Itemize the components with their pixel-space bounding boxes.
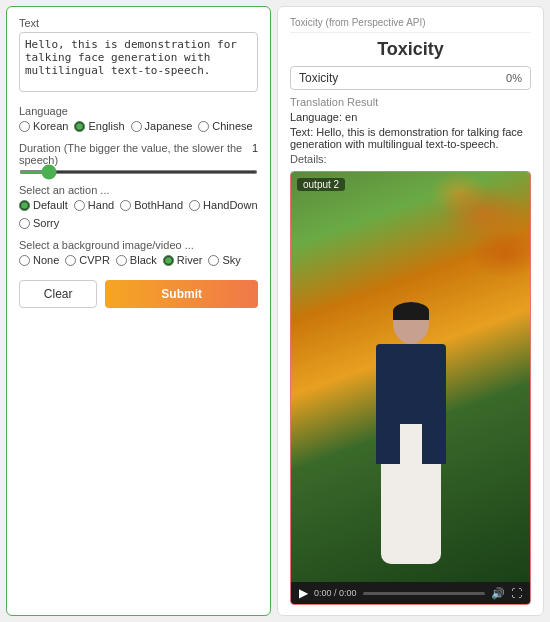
- bg-river[interactable]: River: [163, 254, 203, 266]
- action-label: Select an action ...: [19, 184, 258, 196]
- duration-label: Duration (The bigger the value, the slow…: [19, 142, 252, 166]
- action-bothhand[interactable]: BothHand: [120, 199, 183, 211]
- duration-section: Duration (The bigger the value, the slow…: [19, 142, 258, 174]
- clear-button[interactable]: Clear: [19, 280, 97, 308]
- video-container: output 2 ▶ 0:00 / 0:00 🔊 ⛶: [290, 171, 531, 605]
- lang-english[interactable]: English: [74, 120, 124, 132]
- text-label: Text: [19, 17, 258, 29]
- bg-sky[interactable]: Sky: [208, 254, 240, 266]
- action-default[interactable]: Default: [19, 199, 68, 211]
- details-label: Details:: [290, 153, 531, 165]
- background-section: Select a background image/video ... None…: [19, 239, 258, 266]
- right-header: Toxicity (from Perspective API): [290, 17, 531, 33]
- action-hand[interactable]: Hand: [74, 199, 114, 211]
- language-radio-group: Korean English Japanese Chinese: [19, 120, 258, 132]
- translation-language: Language: en: [290, 111, 531, 123]
- video-controls: ▶ 0:00 / 0:00 🔊 ⛶: [291, 582, 530, 604]
- text-section: Text Hello, this is demonstration for ta…: [19, 17, 258, 95]
- toxicity-label: Toxicity: [299, 71, 338, 85]
- page-title: Toxicity: [290, 39, 531, 60]
- lang-japanese[interactable]: Japanese: [131, 120, 193, 132]
- person-head: [393, 302, 429, 344]
- duration-slider[interactable]: [19, 170, 258, 174]
- buttons-row: Clear Submit: [19, 280, 258, 308]
- person-body: [376, 344, 446, 464]
- progress-bar[interactable]: [363, 592, 485, 595]
- toxicity-pct: 0%: [506, 72, 522, 84]
- action-section: Select an action ... Default Hand BothHa…: [19, 184, 258, 229]
- bg-label: Select a background image/video ...: [19, 239, 258, 251]
- translation-text: Text: Hello, this is demonstration for t…: [290, 126, 531, 150]
- action-radio-group: Default Hand BothHand HandDown Sorry: [19, 199, 258, 229]
- bg-none[interactable]: None: [19, 254, 59, 266]
- translation-title: Translation Result: [290, 96, 531, 108]
- person-silhouette: [371, 302, 451, 582]
- action-handdown[interactable]: HandDown: [189, 199, 257, 211]
- language-label: Language: [19, 105, 258, 117]
- video-tag: output 2: [297, 178, 345, 191]
- submit-button[interactable]: Submit: [105, 280, 258, 308]
- bg-radio-group: None CVPR Black River Sky: [19, 254, 258, 266]
- toxicity-row: Toxicity 0%: [290, 66, 531, 90]
- duration-value: 1: [252, 142, 258, 166]
- header-text: Toxicity (from Perspective API): [290, 17, 426, 28]
- bg-cvpr[interactable]: CVPR: [65, 254, 110, 266]
- translation-section: Translation Result Language: en Text: He…: [290, 96, 531, 165]
- person-skirt: [381, 464, 441, 564]
- right-panel: Toxicity (from Perspective API) Toxicity…: [277, 6, 544, 616]
- volume-icon[interactable]: 🔊: [491, 587, 505, 600]
- fullscreen-icon[interactable]: ⛶: [511, 587, 522, 599]
- time-display: 0:00 / 0:00: [314, 588, 357, 598]
- lang-chinese[interactable]: Chinese: [198, 120, 252, 132]
- bg-black[interactable]: Black: [116, 254, 157, 266]
- action-sorry[interactable]: Sorry: [19, 217, 59, 229]
- language-section: Language Korean English Japanese Chinese: [19, 105, 258, 132]
- play-button[interactable]: ▶: [299, 586, 308, 600]
- duration-header: Duration (The bigger the value, the slow…: [19, 142, 258, 166]
- lang-korean[interactable]: Korean: [19, 120, 68, 132]
- video-image: [291, 172, 530, 582]
- text-input[interactable]: Hello, this is demonstration for talking…: [19, 32, 258, 92]
- left-panel: Text Hello, this is demonstration for ta…: [6, 6, 271, 616]
